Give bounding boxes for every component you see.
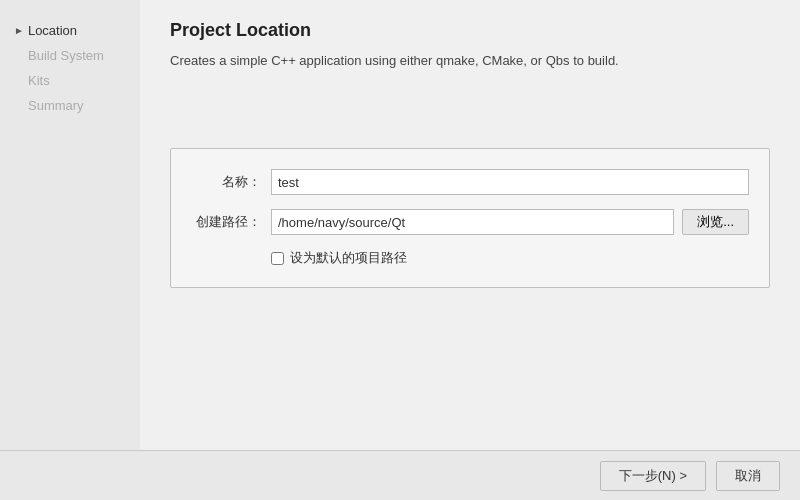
checkbox-row: 设为默认的项目路径 (271, 249, 749, 267)
name-input[interactable] (271, 169, 749, 195)
next-button[interactable]: 下一步(N) > (600, 461, 706, 491)
sidebar-item-kits: Kits (10, 70, 130, 91)
content-area: Project Location Creates a simple C++ ap… (140, 0, 800, 450)
sidebar-item-build-system: Build System (10, 45, 130, 66)
sidebar-item-summary: Summary (10, 95, 130, 116)
page-description: Creates a simple C++ application using e… (170, 53, 770, 68)
cancel-button[interactable]: 取消 (716, 461, 780, 491)
sidebar-item-label-summary: Summary (28, 98, 84, 113)
footer: 下一步(N) > 取消 (0, 450, 800, 500)
path-row: 创建路径： 浏览... (191, 209, 749, 235)
path-label: 创建路径： (191, 213, 261, 231)
sidebar-item-location[interactable]: ► Location (10, 20, 130, 41)
browse-button[interactable]: 浏览... (682, 209, 749, 235)
sidebar-item-label-build-system: Build System (28, 48, 104, 63)
main-container: ► Location Build System Kits Summary Pro… (0, 0, 800, 500)
form-container: 名称： 创建路径： 浏览... 设为默认的项目路径 (170, 148, 770, 288)
name-label: 名称： (191, 173, 261, 191)
chevron-right-icon: ► (14, 25, 24, 36)
checkbox-label[interactable]: 设为默认的项目路径 (290, 249, 407, 267)
page-title: Project Location (170, 20, 770, 41)
default-path-checkbox[interactable] (271, 252, 284, 265)
sidebar-item-label-location: Location (28, 23, 77, 38)
sidebar-item-label-kits: Kits (28, 73, 50, 88)
path-input[interactable] (271, 209, 674, 235)
sidebar: ► Location Build System Kits Summary (0, 0, 140, 450)
name-row: 名称： (191, 169, 749, 195)
main-area: ► Location Build System Kits Summary Pro… (0, 0, 800, 450)
